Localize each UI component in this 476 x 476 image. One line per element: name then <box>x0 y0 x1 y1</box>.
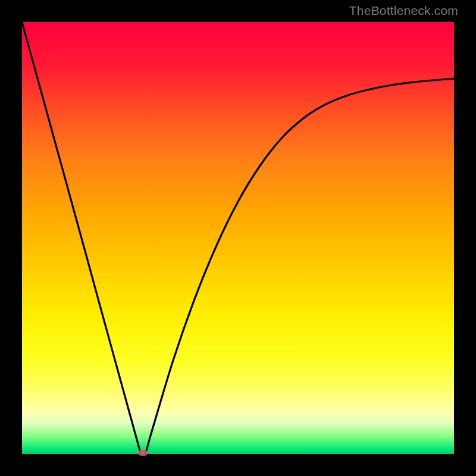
curve-svg <box>22 22 454 454</box>
plot-area <box>22 22 454 454</box>
bottleneck-curve <box>22 22 454 454</box>
chart-frame: TheBottleneck.com <box>0 0 476 476</box>
watermark-text: TheBottleneck.com <box>349 4 458 18</box>
optimum-marker <box>138 450 148 456</box>
